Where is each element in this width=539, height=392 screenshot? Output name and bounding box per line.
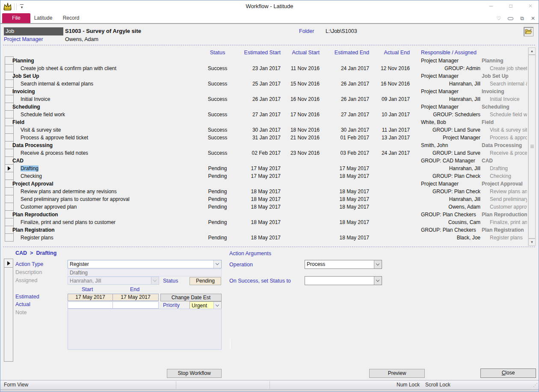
actual-end-cell: [372, 180, 410, 188]
resize-grip-icon[interactable]: ⋰: [533, 382, 537, 388]
breadcrumb-task: Drafting: [36, 250, 56, 256]
open-folder-button[interactable]: [524, 27, 533, 36]
form-close-icon[interactable]: ✕: [531, 15, 535, 22]
column-header-actual-start[interactable]: Actual Start: [283, 49, 320, 56]
tab-latitude[interactable]: Latitude: [30, 13, 56, 23]
actual-start-cell: [283, 172, 320, 180]
estimated-start-cell: [236, 157, 281, 165]
form-restore-icon[interactable]: ⧉: [520, 15, 524, 22]
status-cell: [201, 118, 234, 126]
table-group-row[interactable]: FieldWhite, BobField: [0, 118, 539, 126]
task-name-cell: Scheduling: [12, 103, 198, 111]
actual-end-cell: 12 Nov 2016: [372, 65, 410, 72]
chevron-down-icon[interactable]: [374, 277, 382, 285]
change-date-est-button[interactable]: Change Date Est: [160, 294, 222, 301]
responsible-cell: Project Manager: [418, 88, 480, 95]
status-cell: [201, 72, 234, 80]
scroll-down-icon[interactable]: ▼: [528, 239, 536, 246]
table-task-row[interactable]: Receive & process field notesSuccess02 F…: [0, 149, 539, 157]
actual-end-cell: [372, 103, 410, 111]
table-group-row[interactable]: Plan ReproductionGROUP: Plan CheckersPla…: [0, 211, 539, 218]
column-header-estimated-end[interactable]: Estimated End: [322, 49, 369, 56]
estimated-end-cell: [322, 72, 369, 80]
actual-end-input[interactable]: [113, 301, 159, 309]
action-type-select[interactable]: Register: [68, 260, 222, 268]
task-name-cell: Schedule field work: [12, 111, 198, 118]
favorite-icon[interactable]: ♡: [497, 15, 501, 22]
window-maximize-button[interactable]: □: [507, 2, 515, 10]
estimated-start-cell: [236, 57, 281, 65]
operation-value: Process: [307, 261, 325, 267]
vertical-scrollbar[interactable]: ▲ ▼: [528, 47, 535, 246]
on-success-select[interactable]: [305, 276, 382, 285]
responsible-cell: Cousins, Cam: [418, 218, 480, 226]
estimated-start-cell: [236, 211, 281, 218]
stop-workflow-button[interactable]: Stop Workflow: [167, 369, 222, 378]
table-group-row[interactable]: SchedulingProject ManagerScheduling: [0, 103, 539, 111]
form-header: Job S1003 - Survey of Argyle site Projec…: [0, 24, 539, 45]
table-task-row[interactable]: Customer approved planPending18 May 2017…: [0, 203, 539, 211]
window-close-button[interactable]: ✕: [527, 2, 534, 10]
table-group-row[interactable]: Data ProcessingSmith, JohnData Processin…: [0, 141, 539, 149]
current-record-arrow-icon: [7, 261, 10, 265]
status-cell: Success: [201, 65, 234, 72]
actual-label: Actual: [15, 301, 30, 307]
status-cell: Success: [201, 149, 234, 157]
action-mirror-cell: Planning: [482, 57, 527, 65]
actual-start-cell: [283, 88, 320, 95]
task-name-cell: Customer approved plan: [12, 203, 198, 211]
table-task-row[interactable]: Initial InvoiceSuccess26 Jan 201716 Nov …: [0, 95, 539, 103]
table-task-row[interactable]: Schedule field workSuccess27 Jan 201717 …: [0, 111, 539, 118]
column-header-actual-end[interactable]: Actual End: [372, 49, 410, 56]
table-task-row[interactable]: Visit & survey siteSuccess30 Jan 201718 …: [0, 126, 539, 134]
table-group-row[interactable]: Plan RegistrationGROUP: Plan CheckersPla…: [0, 226, 539, 234]
actual-start-cell: [283, 188, 320, 195]
tab-record[interactable]: Record: [59, 13, 83, 23]
note-field[interactable]: [68, 309, 222, 350]
responsible-cell: Hanrahan, Jill: [418, 165, 480, 172]
close-button[interactable]: Close: [480, 368, 536, 378]
estimated-start-cell: [236, 141, 281, 149]
operation-select[interactable]: Process: [305, 260, 382, 269]
table-task-row[interactable]: Finalize, print and send plans to custom…: [0, 218, 539, 226]
window-minimize-button[interactable]: ─: [487, 2, 495, 10]
table-group-row[interactable]: InvoicingProject ManagerInvoicing: [0, 88, 539, 95]
table-task-row[interactable]: Register plansPending18 May 201718 May 2…: [0, 234, 539, 242]
actual-start-input[interactable]: [68, 301, 113, 309]
chevron-down-icon[interactable]: [374, 260, 382, 268]
project-manager-label: Project Manager: [4, 36, 43, 42]
table-group-row[interactable]: CADGROUP: CAD ManagerCAD: [0, 157, 539, 165]
table-task-row[interactable]: DraftingPending17 May 201717 May 2017Han…: [0, 165, 539, 172]
table-task-row[interactable]: Process & approve field ticketSuccess31 …: [0, 134, 539, 141]
preview-button[interactable]: Preview: [369, 369, 425, 378]
action-mirror-cell: Send preliminary plans to customer for a…: [482, 195, 527, 203]
column-header-status[interactable]: Status: [201, 49, 234, 56]
table-task-row[interactable]: Create job sheet & confirm plan with cli…: [0, 65, 539, 72]
scrollbar-thumb[interactable]: [528, 55, 536, 239]
title-bar: ▾ Workflow - Latitude ─ □ ✕: [0, 0, 539, 13]
tab-file[interactable]: File: [2, 13, 30, 23]
actual-end-cell: [372, 203, 410, 211]
status-label: Status: [163, 278, 178, 284]
breadcrumb-separator: >: [30, 250, 33, 256]
estimated-end-cell: 17 May 2017: [322, 165, 369, 172]
status-cell: Pending: [201, 165, 234, 172]
estimated-start-cell: [236, 180, 281, 188]
column-header-estimated-start[interactable]: Estimated Start: [236, 49, 281, 56]
table-task-row[interactable]: Search internal & external plansSuccess2…: [0, 80, 539, 88]
project-manager-value: Owens, Adam: [65, 36, 98, 42]
actual-start-cell: 21 Nov 2016: [283, 134, 320, 141]
detail-record-selector[interactable]: [4, 259, 13, 362]
table-group-row[interactable]: Job Set UpProject ManagerJob Set Up: [0, 72, 539, 80]
column-header-responsible[interactable]: Responsible / Assigned: [421, 49, 477, 56]
window-title: Workflow - Latitude: [0, 3, 539, 9]
form-minimize-icon[interactable]: [508, 17, 513, 20]
table-group-row[interactable]: PlanningProject ManagerPlanning: [0, 57, 539, 65]
table-task-row[interactable]: CheckingPending17 May 201718 May 2017GRO…: [0, 172, 539, 180]
table-group-row[interactable]: Project ApprovalProject ManagerProject A…: [0, 180, 539, 188]
chevron-down-icon[interactable]: [213, 260, 221, 268]
action-mirror-cell: Receive & process field notes: [482, 149, 527, 157]
scroll-up-icon[interactable]: ▲: [528, 47, 536, 55]
table-task-row[interactable]: Review plans and determine any revisions…: [0, 188, 539, 195]
table-task-row[interactable]: Send preliminary plans to customer for a…: [0, 195, 539, 203]
